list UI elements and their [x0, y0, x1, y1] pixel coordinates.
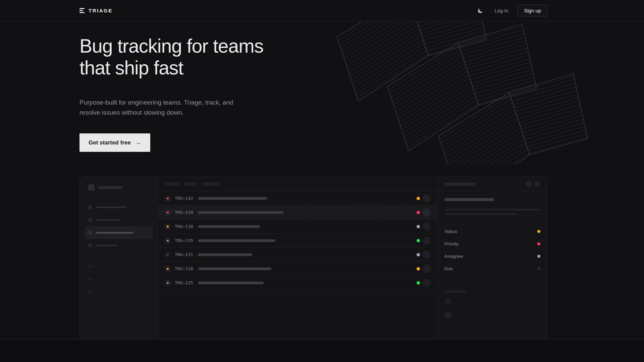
moon-icon: [479, 7, 484, 12]
login-link[interactable]: Log in: [494, 8, 508, 13]
divider: [85, 252, 153, 252]
divider: [444, 222, 540, 222]
assignee-avatar: [423, 223, 431, 231]
issue-status-dot: [417, 211, 420, 214]
issue-type-icon: [165, 210, 170, 215]
hero-title-line1: Bug tracking for teams: [79, 35, 263, 57]
assignee-avatar: [423, 265, 431, 273]
issue-status-dot: [417, 197, 420, 200]
issue-row: TRG–142: [158, 191, 437, 205]
detail-action-button-placeholder: [526, 181, 531, 187]
issue-row: TRG–135: [158, 234, 437, 248]
assignee-avatar: [423, 279, 431, 287]
navbar: TRIAGE Log in Sign up: [0, 0, 644, 21]
issue-status-dot: [417, 253, 420, 256]
sidebar-nav-item: [85, 239, 153, 252]
theme-toggle-button[interactable]: [477, 6, 485, 14]
issue-id: TRG–128: [175, 266, 193, 271]
issue-list-rows: TRG–142 TRG–139 TRG–138 TRG–135: [158, 191, 437, 290]
field-label: Due: [444, 266, 453, 271]
cta-label: Get started free: [89, 139, 131, 146]
field-value-dot: [537, 230, 540, 233]
issue-id: TRG–125: [175, 280, 193, 285]
issue-type-dot: [167, 254, 169, 256]
assignee-avatar: [423, 194, 431, 202]
sidebar-item-dots: [89, 265, 158, 294]
nav-label-placeholder: [96, 206, 127, 208]
activity-label-placeholder: [444, 290, 466, 293]
hero-title: Bug tracking for teams that ship fast: [79, 35, 263, 79]
detail-body: Status Priority Assignee Due: [438, 198, 547, 319]
issue-status-dot: [417, 281, 420, 285]
issue-id: TRG–142: [175, 196, 193, 201]
issue-type-dot: [167, 197, 169, 199]
issue-row: TRG–128: [158, 262, 437, 276]
issue-title-placeholder: [444, 198, 494, 201]
issue-type-dot: [167, 212, 169, 214]
issue-title-placeholder: [198, 197, 267, 200]
arrow-right-icon: →: [135, 139, 141, 146]
description-line-placeholder: [444, 209, 540, 210]
issue-detail-panel: Status Priority Assignee Due: [437, 177, 547, 340]
nav-label-placeholder: [96, 245, 117, 246]
brand-name: TRIAGE: [89, 8, 113, 13]
issue-status-dot: [417, 267, 420, 270]
mockup-sidebar-nav: [80, 198, 158, 252]
triage-logo-icon: [79, 8, 85, 13]
assignee-avatar: [423, 237, 431, 245]
nav-icon-placeholder: [88, 231, 92, 235]
filter-pill-placeholder: [164, 182, 180, 186]
field-value-dot: [537, 242, 540, 245]
issue-id: TRG–139: [175, 210, 193, 215]
nav-icon-placeholder: [88, 243, 92, 247]
mockup-sidebar-logo: [80, 177, 158, 191]
issue-row: TRG–139: [158, 205, 437, 220]
issue-id: TRG–135: [175, 238, 193, 243]
issue-title-placeholder: [198, 282, 264, 284]
issue-row: TRG–138: [158, 220, 437, 234]
get-started-button[interactable]: Get started free →: [79, 133, 150, 152]
workspace-name-placeholder: [98, 186, 122, 189]
issue-type-dot: [167, 282, 169, 284]
field-label: Assignee: [444, 254, 463, 259]
avatar-placeholder: [444, 312, 451, 319]
detail-header: [438, 177, 547, 191]
signup-button[interactable]: Sign up: [518, 5, 547, 16]
issue-title-placeholder: [198, 225, 260, 228]
detail-field-row: Due: [444, 262, 540, 275]
filter-pill-placeholder: [202, 182, 220, 186]
field-label: Status: [444, 229, 457, 234]
divider: [444, 282, 540, 282]
wireframe-sheets-decoration: [335, 21, 590, 164]
issue-list-header: [158, 177, 437, 191]
filter-pill-placeholder: [184, 182, 197, 186]
nav-actions: Log in Sign up: [477, 5, 547, 16]
app-mockup-card: TRG–142 TRG–139 TRG–138 TRG–135: [79, 177, 547, 340]
detail-field-row: Priority: [444, 238, 540, 250]
hero-title-line2: that ship fast: [79, 57, 263, 79]
assignee-avatar: [423, 208, 431, 217]
sidebar-nav-item-active: [85, 226, 153, 239]
issue-row: TRG–131: [158, 248, 437, 262]
nav-icon-placeholder: [88, 218, 92, 222]
issue-status-dot: [417, 239, 420, 242]
detail-field-row: Assignee: [444, 250, 540, 262]
brand[interactable]: TRIAGE: [79, 8, 113, 13]
detail-action-button-placeholder: [534, 181, 540, 187]
hero-section: Bug tracking for teams that ship fast Pu…: [0, 21, 644, 340]
issue-row: TRG–125: [158, 276, 437, 290]
sidebar-nav-item: [85, 201, 153, 214]
nav-label-placeholder: [96, 219, 120, 221]
nav-icon-placeholder: [88, 205, 92, 209]
issue-id: TRG–138: [175, 224, 193, 229]
issue-type-dot: [167, 240, 169, 242]
detail-fields: Status Priority Assignee Due: [444, 225, 540, 275]
nav-label-placeholder: [96, 232, 133, 234]
issue-title-placeholder: [198, 211, 283, 214]
field-value-dot: [537, 255, 540, 258]
issue-type-icon: [165, 280, 170, 286]
issue-type-dot: [167, 268, 169, 270]
issue-list-panel: TRG–142 TRG–139 TRG–138 TRG–135: [158, 177, 437, 340]
avatar-placeholder: [444, 298, 451, 305]
field-value-dot: [537, 267, 540, 270]
